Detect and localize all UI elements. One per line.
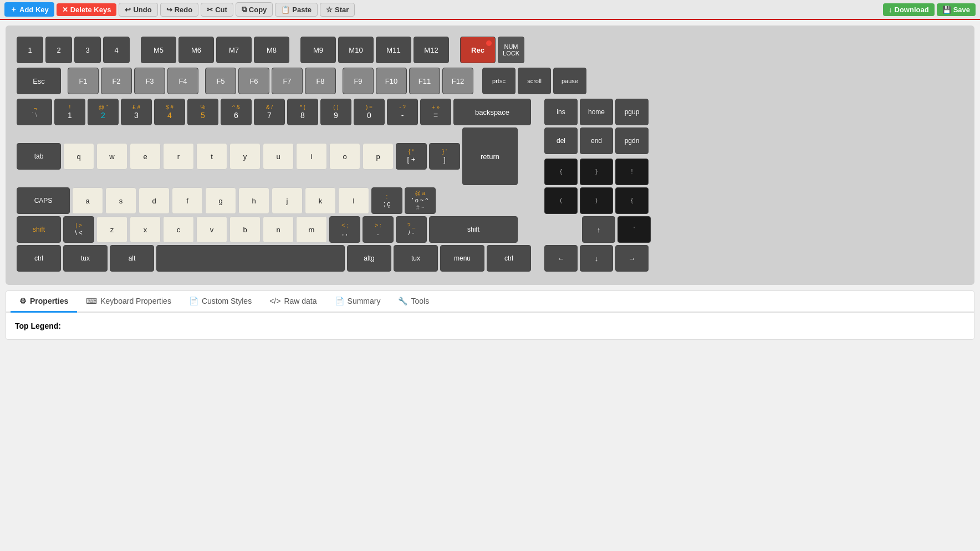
key-macro-3[interactable]: 3	[74, 37, 101, 63]
key-semicolon[interactable]: : ; ç	[371, 187, 402, 214]
key-lshift[interactable]: shift	[17, 216, 61, 243]
key-lbracket[interactable]: { * [ +	[396, 143, 427, 170]
key-f12[interactable]: F12	[442, 68, 473, 94]
key-2[interactable]: @ " 2	[88, 99, 119, 125]
key-m11[interactable]: M11	[376, 37, 411, 63]
key-1[interactable]: ! 1	[54, 99, 85, 125]
key-r[interactable]: r	[163, 143, 194, 170]
key-q[interactable]: q	[63, 143, 94, 170]
key-f11[interactable]: F11	[409, 68, 440, 94]
key-caps[interactable]: CAPS	[17, 187, 70, 214]
key-n[interactable]: n	[263, 216, 294, 243]
key-f5[interactable]: F5	[205, 68, 236, 94]
key-home[interactable]: home	[580, 99, 613, 125]
key-del[interactable]: del	[544, 127, 578, 154]
key-left[interactable]: ←	[544, 245, 578, 272]
key-altgr[interactable]: altg	[347, 245, 391, 272]
copy-button[interactable]: ⧉ Copy	[236, 2, 273, 17]
key-ins[interactable]: ins	[544, 99, 578, 125]
key-macro-4[interactable]: 4	[103, 37, 130, 63]
key-o[interactable]: o	[329, 143, 360, 170]
key-y[interactable]: y	[229, 143, 261, 170]
key-6[interactable]: ^ & 6	[221, 99, 252, 125]
key-v[interactable]: v	[196, 216, 227, 243]
key-f[interactable]: f	[172, 187, 203, 214]
tab-properties[interactable]: ⚙ Properties	[11, 291, 77, 313]
key-e[interactable]: e	[130, 143, 161, 170]
tab-keyboard-properties[interactable]: ⌨ Keyboard Properties	[77, 291, 180, 313]
key-black-5[interactable]: )	[580, 187, 613, 214]
key-m9[interactable]: M9	[300, 37, 336, 63]
add-key-button[interactable]: ＋ Add Key	[4, 2, 54, 17]
key-m[interactable]: m	[296, 216, 327, 243]
redo-button[interactable]: ↪ Redo	[160, 3, 199, 17]
key-h[interactable]: h	[238, 187, 269, 214]
key-f9[interactable]: F9	[343, 68, 374, 94]
key-f6[interactable]: F6	[238, 68, 269, 94]
key-m5[interactable]: M5	[141, 37, 176, 63]
key-black-6[interactable]: {	[615, 187, 649, 214]
delete-keys-button[interactable]: ✕ Delete Keys	[57, 3, 117, 16]
key-tab[interactable]: tab	[17, 143, 61, 170]
key-black-9[interactable]: '	[617, 216, 651, 243]
key-d[interactable]: d	[139, 187, 170, 214]
key-8[interactable]: * ( 8	[287, 99, 318, 125]
key-s[interactable]: s	[105, 187, 136, 214]
undo-button[interactable]: ↩ Undo	[119, 3, 157, 17]
key-3[interactable]: £ # 3	[121, 99, 152, 125]
key-right[interactable]: →	[615, 245, 649, 272]
key-f2[interactable]: F2	[101, 68, 132, 94]
key-rshift[interactable]: shift	[429, 216, 518, 243]
key-m7[interactable]: M7	[216, 37, 252, 63]
key-pgdn[interactable]: pgdn	[615, 127, 649, 154]
key-z[interactable]: z	[96, 216, 127, 243]
key-black-1[interactable]: {	[544, 159, 578, 185]
key-minus[interactable]: - ? -	[387, 99, 418, 125]
download-button[interactable]: ↓ Download	[883, 3, 935, 16]
key-f8[interactable]: F8	[305, 68, 336, 94]
key-ltux[interactable]: tux	[63, 245, 108, 272]
key-b[interactable]: b	[229, 216, 261, 243]
key-u[interactable]: u	[263, 143, 294, 170]
key-rtux[interactable]: tux	[394, 245, 438, 272]
key-rctrl[interactable]: ctrl	[487, 245, 531, 272]
tab-summary[interactable]: 📄 Summary	[326, 291, 390, 313]
key-esc[interactable]: Esc	[17, 68, 61, 94]
key-9[interactable]: ( ) 9	[320, 99, 351, 125]
key-m6[interactable]: M6	[178, 37, 214, 63]
key-f7[interactable]: F7	[272, 68, 303, 94]
key-pgup[interactable]: pgup	[615, 99, 649, 125]
key-f4[interactable]: F4	[167, 68, 198, 94]
key-comma[interactable]: < ; , ,	[329, 216, 360, 243]
star-button[interactable]: ☆ Star	[320, 3, 355, 17]
key-backspace[interactable]: backspace	[453, 99, 531, 125]
key-m12[interactable]: M12	[414, 37, 449, 63]
key-f10[interactable]: F10	[376, 68, 407, 94]
key-backtick[interactable]: ¬ ` \	[17, 99, 52, 125]
key-space[interactable]	[156, 245, 345, 272]
tab-custom-styles[interactable]: 📄 Custom Styles	[180, 291, 261, 313]
key-return[interactable]: return	[462, 127, 518, 185]
key-4[interactable]: $ # 4	[154, 99, 185, 125]
key-m10[interactable]: M10	[338, 37, 374, 63]
key-black-2[interactable]: }	[580, 159, 613, 185]
key-period[interactable]: > : .	[363, 216, 394, 243]
key-k[interactable]: k	[305, 187, 336, 214]
key-m8[interactable]: M8	[254, 37, 289, 63]
tab-raw-data[interactable]: </> Raw data	[261, 291, 325, 313]
key-pause[interactable]: pause	[553, 68, 586, 94]
key-j[interactable]: j	[272, 187, 303, 214]
key-c[interactable]: c	[163, 216, 194, 243]
key-apostrophe[interactable]: @ a ' o ~ ^ # ~	[405, 187, 436, 214]
key-prtsc[interactable]: prtsc	[482, 68, 515, 94]
key-a[interactable]: a	[72, 187, 103, 214]
key-lalt[interactable]: alt	[110, 245, 154, 272]
paste-button[interactable]: 📋 Paste	[275, 3, 318, 17]
key-macro-1[interactable]: 1	[17, 37, 43, 63]
key-rec[interactable]: Rec	[460, 37, 496, 63]
key-5[interactable]: % 5	[187, 99, 218, 125]
cut-button[interactable]: ✂ Cut	[201, 3, 233, 17]
save-button[interactable]: 💾 Save	[937, 3, 976, 16]
key-f1[interactable]: F1	[68, 68, 99, 94]
key-menu[interactable]: menu	[440, 245, 484, 272]
